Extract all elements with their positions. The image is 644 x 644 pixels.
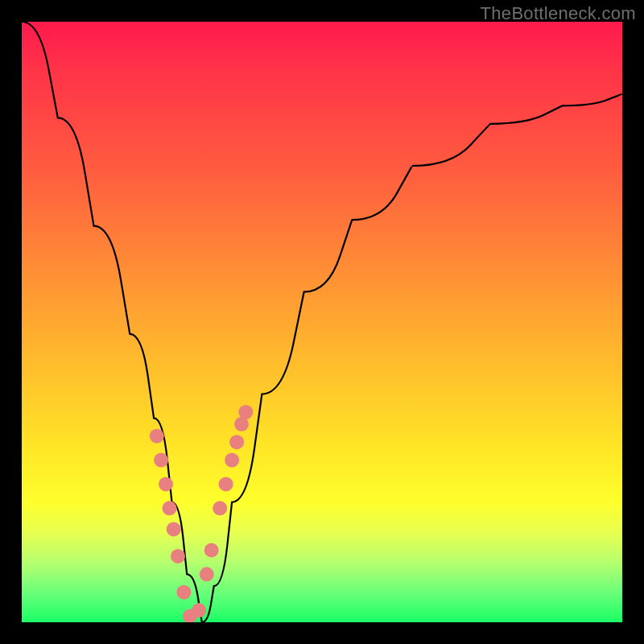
watermark-text: TheBottleneck.com bbox=[481, 3, 636, 24]
highlight-dot bbox=[150, 429, 164, 444]
highlight-dot bbox=[219, 477, 233, 491]
chart-frame: TheBottleneck.com bbox=[0, 0, 644, 644]
highlight-dot bbox=[213, 501, 227, 515]
plot-area bbox=[22, 22, 622, 622]
highlight-dots bbox=[150, 405, 253, 622]
highlight-dot bbox=[159, 477, 173, 491]
highlight-dot bbox=[225, 453, 239, 468]
highlight-dot bbox=[229, 435, 244, 449]
highlight-dot bbox=[176, 585, 191, 600]
highlight-dot bbox=[204, 543, 219, 558]
highlight-dot bbox=[163, 501, 177, 515]
highlight-dot bbox=[238, 405, 253, 419]
highlight-dot bbox=[192, 603, 206, 617]
curve-svg bbox=[22, 22, 622, 622]
highlight-dot bbox=[167, 522, 181, 536]
highlight-dot bbox=[154, 453, 168, 468]
bottleneck-curve bbox=[22, 22, 622, 622]
highlight-dot bbox=[171, 549, 185, 564]
highlight-dot bbox=[200, 567, 214, 581]
